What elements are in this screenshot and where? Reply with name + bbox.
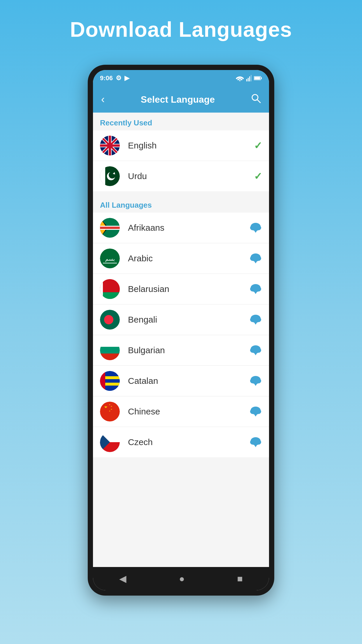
status-right (236, 75, 262, 81)
download-icon-bulgarian[interactable] (249, 345, 262, 356)
language-name-arabic: Arabic (128, 253, 249, 263)
page-title: Download Languages (70, 18, 292, 41)
svg-marker-67 (253, 352, 258, 355)
svg-rect-75 (105, 371, 120, 376)
svg-rect-1 (246, 79, 247, 81)
recently-used-label: Recently Used (100, 118, 152, 127)
svg-marker-82 (253, 383, 258, 386)
list-item[interactable]: بسم Arabic (93, 243, 269, 274)
svg-rect-73 (105, 376, 120, 379)
settings-icon: ⚙ (116, 74, 122, 82)
language-name-chinese: Chinese (128, 407, 249, 416)
section-gap (93, 191, 269, 196)
nav-recent-button[interactable]: ■ (237, 573, 243, 584)
language-name-belarusian: Belarusian (128, 284, 249, 294)
list-item[interactable]: Belarusian (93, 274, 269, 304)
list-item[interactable]: Catalan (93, 366, 269, 396)
check-icon-english: ✓ (254, 140, 262, 151)
language-name-afrikaans: Afrikaans (128, 223, 249, 233)
status-bar: 9:06 ⚙ ▶ (93, 70, 269, 86)
recently-used-section-header: Recently Used (93, 113, 269, 130)
svg-marker-58 (253, 321, 258, 325)
svg-marker-102 (253, 444, 258, 447)
status-left: 9:06 ⚙ ▶ (100, 74, 129, 82)
content-area: Recently Used (93, 113, 269, 567)
svg-rect-45 (100, 292, 120, 299)
flag-bulgarian (100, 340, 120, 360)
svg-rect-4 (251, 75, 252, 81)
download-icon-czech[interactable] (249, 437, 262, 448)
search-icon (251, 93, 261, 103)
list-item[interactable]: Bengali (93, 304, 269, 335)
flag-catalan (100, 371, 120, 391)
download-icon-catalan[interactable] (249, 375, 262, 386)
language-name-czech: Czech (128, 437, 249, 447)
flag-chinese (100, 402, 120, 421)
list-item[interactable]: Bulgarian (93, 335, 269, 366)
svg-rect-72 (100, 371, 105, 391)
download-icon-arabic[interactable] (249, 253, 262, 264)
svg-marker-93 (253, 413, 258, 416)
phone-device: 9:06 ⚙ ▶ (88, 65, 274, 596)
svg-point-53 (104, 315, 113, 324)
svg-rect-2 (248, 78, 249, 81)
list-item[interactable]: Chinese (93, 396, 269, 427)
svg-line-9 (257, 99, 260, 103)
svg-rect-76 (105, 379, 120, 383)
download-icon-bengali[interactable] (249, 314, 262, 325)
svg-marker-34 (253, 230, 258, 233)
language-name-bengali: Bengali (128, 315, 249, 325)
language-name-bulgarian: Bulgarian (128, 345, 249, 355)
svg-rect-6 (261, 77, 262, 79)
svg-rect-74 (105, 383, 120, 386)
svg-rect-61 (100, 347, 120, 354)
download-icon-afrikaans[interactable] (249, 222, 262, 233)
app-bar: ‹ Select Language (93, 86, 269, 113)
svg-marker-42 (253, 260, 258, 263)
nav-back-button[interactable]: ◀ (119, 573, 126, 584)
download-icon-chinese[interactable] (249, 406, 262, 417)
svg-rect-3 (249, 76, 250, 81)
wifi-icon (236, 75, 244, 81)
all-languages-list: Afrikaans (93, 213, 269, 457)
flag-english (100, 136, 120, 155)
svg-point-0 (239, 80, 241, 81)
check-icon-urdu: ✓ (254, 170, 262, 182)
svg-rect-7 (254, 77, 260, 80)
flag-afrikaans (100, 218, 120, 238)
shield-icon: ▶ (124, 74, 129, 82)
all-languages-section-header: All Languages (93, 196, 269, 213)
app-bar-title: Select Language (141, 94, 215, 105)
back-button[interactable]: ‹ (101, 93, 105, 106)
flag-urdu (100, 166, 120, 186)
recently-used-list: English ✓ Urdu ✓ (93, 130, 269, 191)
svg-marker-51 (253, 291, 258, 294)
svg-rect-46 (100, 279, 103, 299)
signal-icon (246, 75, 252, 81)
list-item[interactable]: English ✓ (93, 130, 269, 161)
flag-belarusian (100, 279, 120, 299)
svg-rect-21 (100, 166, 105, 186)
flag-bengali (100, 310, 120, 330)
svg-rect-62 (100, 354, 120, 360)
flag-czech (100, 432, 120, 452)
list-item[interactable]: Afrikaans (93, 213, 269, 243)
svg-rect-77 (105, 386, 120, 391)
all-languages-label: All Languages (100, 201, 152, 209)
language-name-urdu: Urdu (128, 171, 254, 181)
phone-screen: 9:06 ⚙ ▶ (93, 70, 269, 590)
svg-text:بسم: بسم (105, 256, 115, 262)
battery-icon (254, 76, 262, 80)
nav-home-button[interactable]: ● (179, 573, 184, 584)
list-item[interactable]: Urdu ✓ (93, 161, 269, 191)
nav-bar: ◀ ● ■ (93, 567, 269, 590)
list-item[interactable]: Czech (93, 427, 269, 457)
language-name-english: English (128, 141, 254, 150)
flag-arabic: بسم (100, 249, 120, 268)
status-time: 9:06 (100, 74, 113, 82)
language-name-catalan: Catalan (128, 376, 249, 386)
svg-rect-44 (100, 279, 120, 292)
search-button[interactable] (251, 93, 261, 106)
download-icon-belarusian[interactable] (249, 284, 262, 295)
